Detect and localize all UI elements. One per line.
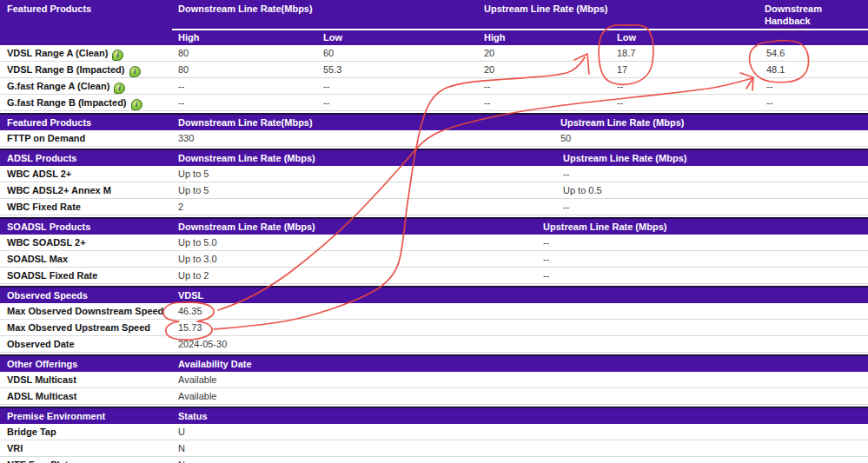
subheader-ds-low: Low (323, 30, 342, 45)
col-header-upstream-rate: Upstream Line Rate (Mbps) (563, 150, 686, 166)
value-cell: N (178, 457, 185, 463)
value-cell: 48.1 (766, 62, 785, 77)
col-header-downstream-rate: Downstream Line Rate (Mbps) (178, 150, 315, 166)
info-icon[interactable]: i (129, 66, 141, 77)
info-icon[interactable]: i (112, 50, 123, 61)
value-cell: U (178, 424, 185, 440)
sub-header-row: High Low High Low (0, 30, 868, 45)
section-header: Featured Products Downstream Line Rate(M… (0, 0, 868, 30)
col-header-upstream-rate: Upstream Line Rate (Mbps) (484, 3, 607, 15)
value-cell: 54.6 (766, 45, 785, 61)
section-title: Featured Products (7, 3, 91, 15)
col-header-downstream-rate: Downstream Line Rate(Mbps) (178, 115, 313, 130)
subheader-us-low: Low (617, 30, 636, 45)
value-cell: -- (178, 78, 184, 94)
col-header-vdsl: VDSL (178, 288, 203, 303)
value-cell: 55.3 (323, 62, 341, 77)
value-cell: 15.73 (178, 320, 202, 335)
table-row: NTE FacePlate N (0, 457, 868, 463)
value-cell: 17 (617, 62, 627, 77)
section-header: Featured Products Downstream Line Rate(M… (0, 115, 868, 130)
value-cell: -- (484, 95, 490, 110)
adsl-products-table: ADSL Products Downstream Line Rate (Mbps… (0, 149, 868, 215)
product-name-cell: FTTP on Demand (7, 130, 85, 146)
value-cell: Up to 5.0 (178, 235, 217, 250)
attribute-name-cell: VRI (7, 440, 23, 456)
metric-name-cell: Max Observed Downstream Speed (7, 303, 163, 319)
value-cell: N (178, 440, 185, 456)
table-row: Max Observed Upstream Speed 15.73 (0, 320, 868, 336)
product-name-cell: G.fast Range B (Impacted)i (7, 95, 142, 110)
value-cell: 80 (178, 62, 189, 77)
value-cell: Available (178, 372, 216, 387)
table-row: G.fast Range B (Impacted)i -- -- -- -- -… (0, 95, 868, 111)
info-icon[interactable]: i (131, 99, 142, 110)
fttp-table: Featured Products Downstream Line Rate(M… (0, 113, 868, 147)
value-cell: -- (178, 95, 184, 110)
product-name-cell: WBC ADSL 2+ (7, 166, 71, 182)
observed-speeds-table: Observed Speeds VDSL Max Observed Downst… (0, 286, 868, 353)
premise-environment-table: Premise Environment Status Bridge Tap U … (0, 407, 868, 463)
attribute-name-cell: Bridge Tap (7, 424, 56, 440)
product-name-cell: WBC ADSL2+ Annex M (7, 182, 111, 198)
value-cell: 2 (178, 199, 183, 215)
value-cell: -- (323, 95, 329, 110)
section-header: SOADSL Products Downstream Line Rate (Mb… (0, 219, 868, 235)
value-cell: -- (543, 268, 549, 283)
table-row: Max Observed Downstream Speed 46.35 (0, 303, 868, 320)
section-header: Premise Environment Status (0, 408, 868, 424)
value-cell: -- (766, 78, 772, 94)
value-cell: Up to 3.0 (178, 251, 217, 267)
section-header: Observed Speeds VDSL (0, 288, 868, 303)
section-title: Other Offerings (7, 356, 77, 372)
value-cell: Up to 5 (178, 182, 209, 198)
product-name-cell: VDSL Multicast (7, 372, 76, 387)
other-offerings-table: Other Offerings Availability Date VDSL M… (0, 354, 868, 405)
col-header-downstream-rate: Downstream Line Rate (Mbps) (178, 219, 315, 235)
table-row: SOADSL Max Up to 3.0 -- (0, 251, 868, 268)
col-header-upstream-rate: Upstream Line Rate (Mbps) (543, 219, 666, 235)
table-row: WBC SOADSL 2+ Up to 5.0 -- (0, 235, 868, 251)
value-cell: -- (484, 78, 490, 94)
value-cell: 46.35 (178, 303, 202, 319)
value-cell: Up to 0.5 (563, 182, 602, 198)
table-row: Observed Date 2024-05-30 (0, 336, 868, 353)
section-title: Premise Environment (7, 408, 105, 424)
product-name-cell: WBC Fixed Rate (7, 199, 81, 215)
col-header-downstream-rate: Downstream Line Rate(Mbps) (178, 3, 313, 15)
value-cell: Available (178, 388, 216, 404)
product-name-cell: VDSL Range A (Clean)i (7, 45, 123, 61)
table-row: G.fast Range A (Clean)i -- -- -- -- -- (0, 78, 868, 95)
value-cell: -- (563, 166, 569, 182)
subheader-us-high: High (484, 30, 505, 45)
table-row: ADSL Multicast Available (0, 388, 868, 405)
section-title: SOADSL Products (7, 219, 90, 235)
col-header-availability: Availability Date (178, 356, 252, 372)
table-row: FTTP on Demand 330 50 (0, 130, 868, 147)
broadband-checker-results: Featured Products Downstream Line Rate(M… (0, 0, 868, 463)
value-cell: 330 (178, 130, 194, 146)
col-header-upstream-rate: Upstream Line Rate (Mbps) (560, 115, 684, 130)
col-header-status: Status (178, 408, 208, 424)
table-row: WBC ADSL2+ Annex M Up to 5 Up to 0.5 (0, 182, 868, 199)
table-row: SOADSL Fixed Rate Up to 2 -- (0, 268, 868, 284)
table-row: VDSL Multicast Available (0, 372, 868, 388)
value-cell: -- (543, 235, 549, 250)
product-name-cell: VDSL Range B (Impacted)i (7, 62, 141, 77)
table-row: VRI N (0, 440, 868, 457)
table-row: VDSL Range B (Impacted)i 80 55.3 20 17 4… (0, 62, 868, 78)
product-name-cell: SOADSL Fixed Rate (7, 268, 97, 283)
value-cell: 18.7 (617, 45, 635, 61)
product-name-cell: SOADSL Max (7, 251, 68, 267)
metric-name-cell: Max Observed Upstream Speed (7, 320, 150, 335)
section-header: Other Offerings Availability Date (0, 356, 868, 372)
soadsl-products-table: SOADSL Products Downstream Line Rate (Mb… (0, 217, 868, 284)
info-icon[interactable]: i (114, 83, 125, 94)
value-cell: Up to 2 (178, 268, 209, 283)
value-cell: 2024-05-30 (178, 336, 227, 352)
product-name-cell: WBC SOADSL 2+ (7, 235, 86, 250)
value-cell: Up to 5 (178, 166, 209, 182)
metric-name-cell: Observed Date (7, 336, 75, 352)
value-cell: 20 (484, 62, 494, 77)
featured-products-table: Featured Products Downstream Line Rate(M… (0, 0, 868, 111)
